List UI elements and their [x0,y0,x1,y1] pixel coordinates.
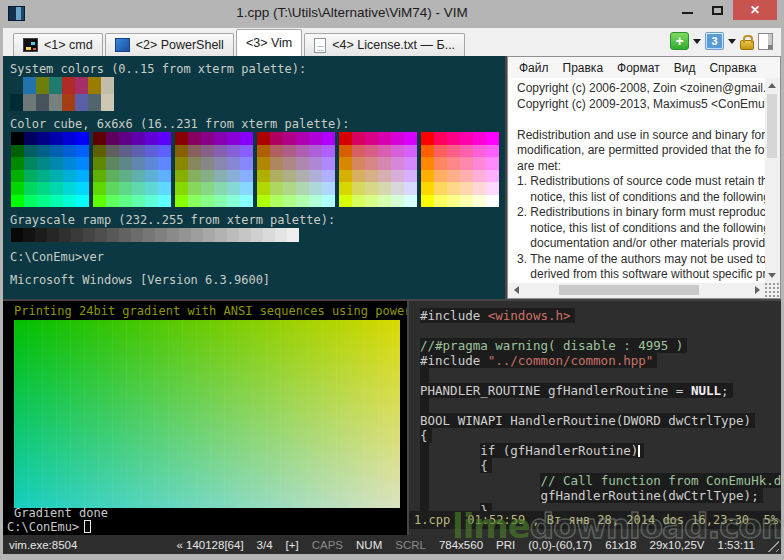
tab--3-vim[interactable]: <3> Vim [236,29,302,56]
cube-cell [201,132,214,145]
scroll-right-icon[interactable] [751,283,765,297]
code-segment: <windows.h> [488,308,571,323]
cube-cell [11,170,24,183]
cube-cell [227,195,240,208]
active-console-button[interactable]: 3 [705,32,724,50]
cmd-terminal-pane[interactable]: System colors (0..15 from xterm palette)… [3,56,505,299]
tab-label: <2> PowerShell [136,38,224,52]
vim-pane[interactable]: #include <windows.h>//#pragma warning( d… [409,301,781,535]
menu-item-формат[interactable]: Формат [610,61,667,75]
ramp-cell [287,228,299,242]
menu-item-файл[interactable]: Файл [512,61,556,75]
cube-cell [270,182,283,195]
cube-cell [270,170,283,183]
title-bar[interactable]: 1.cpp (T:\Utils\Alternative\ViM74) - VIM… [0,0,784,28]
cube-cell [201,195,214,208]
cube-cell [486,157,499,170]
prompt-text: C:\ConEmu> [7,520,79,534]
vertical-scroll-thumb[interactable] [767,94,777,158]
close-button[interactable]: ✕ [733,0,777,20]
status-segment: « 140128[64] [176,539,243,551]
notepad-line: 2. Redistributions in binary form must r… [517,205,765,221]
resize-grip-icon[interactable] [765,538,779,552]
cube-cell [434,182,447,195]
color-cube [11,132,505,207]
cube-cell [339,182,352,195]
cube-cell [50,145,63,158]
cube-cell [473,145,486,158]
code-segment: // Call function from ConEmuHk.dll [540,473,781,488]
notepad-vertical-scrollbar[interactable] [765,78,779,283]
code-segment: //#pragma warning( disable : 4995 ) [420,338,683,353]
notepad-line: notice, this list of conditions and the … [517,221,765,237]
menu-item-правка[interactable]: Правка [556,61,611,75]
cube-cell [309,157,322,170]
cube-cell [119,195,132,208]
cube-cell [188,132,201,145]
cube-cell [460,170,473,183]
notepad-line: Redistribution and use in source and bin… [517,128,765,144]
maximize-button[interactable] [704,0,731,20]
cube-cell [391,145,404,158]
scroll-down-icon[interactable] [765,269,779,283]
cube-cell [119,182,132,195]
horizontal-scroll-thumb[interactable] [559,285,699,295]
notepad-text-area[interactable]: Copyright (c) 2006-2008, Zoin <zoinen@gm… [509,78,765,283]
vim-line-text: { [420,428,432,443]
cube-cell [283,170,296,183]
cube-cell [257,170,270,183]
active-console-number: 3 [707,34,722,48]
cube-cell [309,145,322,158]
cube-cell [188,157,201,170]
lock-icon[interactable] [740,40,754,50]
scroll-left-icon[interactable] [509,283,523,297]
status-segment: 1:53:11 [717,539,755,551]
tab--4-license-txt-[interactable]: <4> License.txt — Б... [304,33,465,56]
new-console-dropdown-icon[interactable] [693,39,701,48]
code-segment: if (gfHandlerRoutine) [480,443,638,458]
cube-cell [486,145,499,158]
color-cube-label: Color cube, 6x6x6 (16..231 from xterm pa… [10,117,505,132]
minimize-button[interactable] [674,0,701,20]
vim-line-text: #include "../common/common.hpp" [420,353,657,368]
ramp-cell [167,228,179,242]
cube-cell [352,132,365,145]
new-console-button[interactable]: + [670,32,689,50]
color-swatch [49,94,62,111]
vim-line [420,368,781,383]
cube-cell [404,182,417,195]
ansi-24bit-gradient [14,320,400,508]
tab--2-powershell[interactable]: <2> PowerShell [105,33,234,56]
cube-cell [76,182,89,195]
notepad-pane[interactable]: ФайлПравкаФорматВидСправка Copyright (c)… [507,56,781,299]
tab--1-cmd[interactable]: <1> cmd [13,33,103,56]
menu-item-справка[interactable]: Справка [702,61,763,75]
powershell-pane[interactable]: Printing 24bit gradient with ANSI sequen… [3,301,407,535]
vim-line: if (gfHandlerRoutine) [420,443,781,458]
cube-cell [322,132,335,145]
cube-cell [201,157,214,170]
grayscale-ramp [11,228,505,242]
vim-line: { [420,428,781,443]
cube-cell [11,182,24,195]
color-swatch [62,77,75,94]
cube-cell [404,145,417,158]
panes-view-icon[interactable] [758,33,773,50]
vim-line: { [420,458,781,473]
color-swatch [101,94,114,111]
cube-cell [214,182,227,195]
notepad-horizontal-scrollbar[interactable] [509,283,765,297]
scroll-up-icon[interactable] [765,78,779,92]
cube-cell [322,182,335,195]
cube-cell [434,145,447,158]
ramp-cell [155,228,167,242]
console-list-dropdown-icon[interactable] [728,39,736,48]
notepad-menu-bar: ФайлПравкаФорматВидСправка [508,57,780,78]
menu-item-вид[interactable]: Вид [667,61,703,75]
cube-cell [24,157,37,170]
cube-cell [283,182,296,195]
indent [420,458,480,473]
ramp-cell [203,228,215,242]
notepad-resize-grip[interactable] [765,283,779,297]
cube-cell [447,182,460,195]
